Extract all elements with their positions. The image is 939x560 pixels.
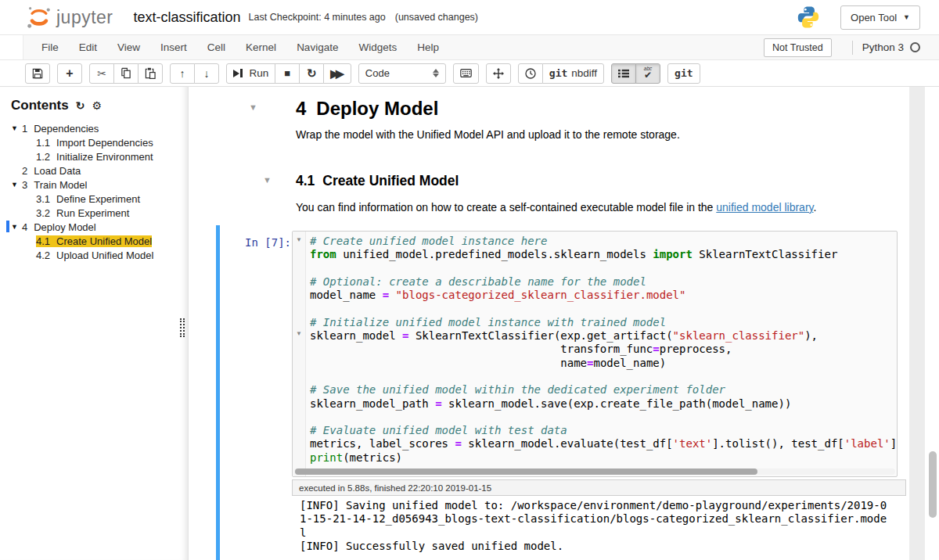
scissors-icon: ✂ [97, 68, 106, 79]
kernel-name: Python 3 [862, 41, 904, 53]
jupyter-notebook-app: jupyter text-classification Last Checkpo… [0, 0, 939, 560]
copy-cell-button[interactable] [113, 63, 139, 84]
toc-title: Contents [11, 98, 69, 113]
menubar: FileEditViewInsertCellKernelNavigateWidg… [0, 35, 939, 60]
cell-type-select[interactable]: Code [358, 63, 446, 84]
spellcheck-toggle-button[interactable]: abc✔ [635, 63, 660, 84]
collapse-section-icon[interactable]: ▼ [249, 102, 257, 112]
output-line: [INFO] Saving unified model to: /workspa… [300, 499, 888, 540]
jupyter-logo[interactable]: jupyter [25, 5, 113, 30]
code-gutter: ▼ ▼ [293, 232, 306, 476]
select-arrows-icon [433, 69, 439, 77]
horizontal-scrollbar-thumb[interactable] [295, 468, 757, 475]
menu-insert[interactable]: Insert [150, 37, 197, 58]
insert-cell-button[interactable]: + [57, 63, 82, 84]
not-trusted-button[interactable]: Not Trusted [764, 38, 832, 57]
save-button[interactable] [25, 63, 50, 84]
sidebar-resize-handle[interactable] [180, 318, 185, 337]
refresh-icon[interactable]: ↻ [76, 99, 85, 112]
kernel-idle-icon [910, 42, 920, 52]
run-cell-button[interactable]: Run [226, 63, 275, 84]
selected-cell-indicator [216, 225, 220, 560]
section-paragraph: Wrap the model with the Unified Model AP… [296, 128, 680, 141]
paste-cell-button[interactable] [138, 63, 163, 84]
git-word: git [549, 67, 567, 79]
restart-kernel-button[interactable]: ↻ [299, 63, 324, 84]
move-button[interactable] [486, 63, 511, 84]
git-button[interactable]: git [667, 63, 700, 84]
code-fold-icon[interactable]: ▼ [296, 236, 302, 243]
th-list-icon [618, 69, 629, 78]
step-forward-icon [233, 69, 243, 77]
toc-sidebar: Contents ↻ ⚙ ▼1Dependencies1.1Import Dep… [0, 87, 189, 560]
cut-cell-button[interactable]: ✂ [89, 63, 114, 84]
toc-collapse-icon[interactable]: ▼ [11, 181, 18, 188]
menubar-left-gap [0, 35, 23, 59]
clock-icon [525, 68, 536, 79]
paste-icon [145, 67, 156, 79]
toc-item-3.2[interactable]: 3.2Run Experiment [11, 206, 188, 220]
execute-time-button[interactable] [518, 63, 543, 84]
git-nbdiff-button[interactable]: git nbdiff [542, 63, 604, 84]
toc-collapse-icon[interactable]: ▼ [11, 223, 18, 231]
toc-list: ▼1Dependencies1.1Import Dependencies1.2I… [11, 121, 188, 262]
interrupt-kernel-button[interactable]: ■ [275, 63, 300, 84]
subsection-heading: 4.1Create Unified Model [296, 173, 459, 189]
copy-icon [121, 67, 131, 79]
toc-item-4[interactable]: ▼4Deploy Model [11, 220, 188, 234]
toc-item-4.2[interactable]: 4.2Upload Unified Model [11, 248, 188, 262]
git-word: git [675, 67, 693, 79]
notebook-area: ▼ 4Deploy Model Wrap the model with the … [189, 87, 939, 560]
gear-icon[interactable]: ⚙ [92, 99, 102, 112]
input-prompt[interactable]: In [7]: [212, 236, 291, 249]
toc-item-4.1[interactable]: 4.1Create Unified Model [11, 234, 188, 248]
menu-file[interactable]: File [31, 37, 69, 58]
move-cell-up-button[interactable]: ↑ [170, 63, 195, 84]
execute-time-bar: executed in 5.88s, finished 22:20:10 201… [292, 479, 906, 496]
arrow-down-icon: ↓ [204, 68, 210, 79]
code-fold-icon[interactable]: ▼ [296, 330, 302, 337]
menu-navigate[interactable]: Navigate [286, 37, 348, 58]
floppy-icon [32, 68, 43, 79]
stop-icon: ■ [284, 68, 290, 78]
restart-icon: ↻ [307, 67, 317, 79]
python-logo-icon [797, 5, 820, 29]
collapse-subsection-icon[interactable]: ▼ [263, 175, 272, 185]
output-line: [INFO] Successfully saved unified model. [300, 540, 888, 553]
keyboard-icon [460, 69, 472, 77]
scrollbar-thumb[interactable] [929, 451, 937, 518]
subsection-paragraph: You can find information on how to creat… [296, 201, 816, 214]
unified-model-library-link[interactable]: unified model library [716, 201, 813, 214]
toc-item-1.1[interactable]: 1.1Import Dependencies [11, 135, 188, 149]
restart-run-all-button[interactable]: ▶▶ [323, 63, 351, 84]
toc-collapse-icon[interactable]: ▼ [11, 124, 18, 132]
checkpoint-status: Last Checkpoint: 4 minutes ago [249, 12, 386, 23]
open-tool-button[interactable]: Open Tool ▼ [840, 5, 920, 30]
menu-help[interactable]: Help [407, 37, 449, 58]
cell-type-value: Code [365, 67, 390, 79]
open-tool-label: Open Tool [851, 12, 897, 23]
toc-toggle-button[interactable] [611, 63, 636, 84]
command-palette-button[interactable] [453, 63, 479, 84]
menu-widgets[interactable]: Widgets [348, 37, 407, 58]
code-input-area[interactable]: ▼ ▼ # Create unified model instance here… [292, 231, 898, 477]
notebook-title[interactable]: text-classification [134, 9, 241, 26]
menu-cell[interactable]: Cell [197, 37, 236, 58]
menu-view[interactable]: View [107, 37, 150, 58]
cell-output: [INFO] Saving unified model to: /workspa… [300, 499, 888, 553]
arrows-cross-icon [493, 68, 504, 79]
toc-item-3[interactable]: ▼3Train Model [11, 178, 188, 192]
menu-kernel[interactable]: Kernel [236, 37, 286, 58]
toolbar: + ✂ ↑ ↓ R [0, 60, 939, 87]
toc-item-1.2[interactable]: 1.2Initialize Environment [11, 149, 188, 163]
toc-item-3.1[interactable]: 3.1Define Experiment [11, 192, 188, 206]
divider [852, 41, 853, 55]
toc-item-2[interactable]: 2Load Data [11, 163, 188, 178]
toc-item-1[interactable]: ▼1Dependencies [11, 121, 188, 135]
code-editor[interactable]: # Create unified model instance herefrom… [310, 235, 897, 465]
move-cell-down-button[interactable]: ↓ [194, 63, 219, 84]
run-label: Run [250, 67, 269, 79]
notebook-header: jupyter text-classification Last Checkpo… [0, 0, 939, 35]
scrollbar-track [909, 87, 925, 560]
menu-edit[interactable]: Edit [69, 37, 107, 58]
